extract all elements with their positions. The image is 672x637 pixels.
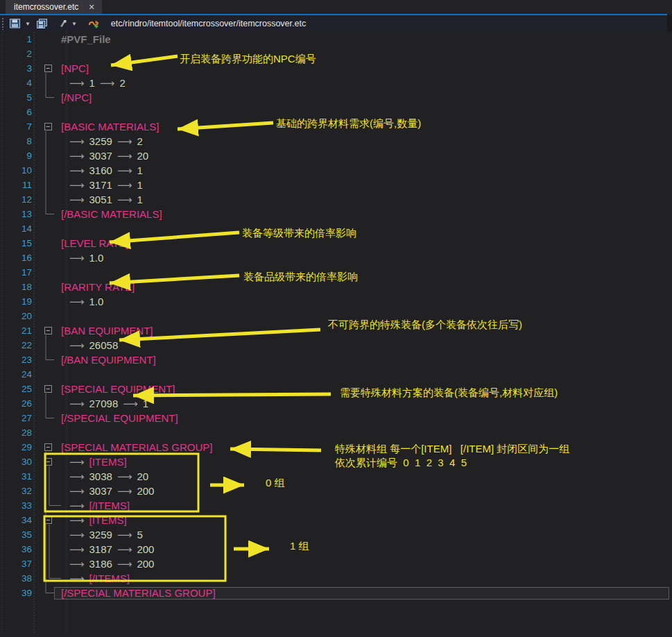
line-number: 28 (0, 427, 35, 438)
code-token-arrow: ⟶ (117, 194, 132, 205)
code-line: 37⟶3186⟶200 (0, 557, 667, 571)
code-token-val: 2 (119, 77, 125, 89)
line-number: 16 (0, 253, 35, 263)
fold-column (35, 411, 57, 425)
line-number: 4 (0, 78, 35, 88)
fold-column (35, 134, 57, 148)
code-text: ⟶3051⟶1 (57, 194, 667, 206)
line-number: 30 (0, 457, 35, 467)
fold-column (35, 192, 57, 207)
code-line: 16⟶1.0 (0, 250, 667, 265)
code-token-val: 200 (137, 485, 154, 497)
line-number: 11 (0, 180, 35, 190)
fold-column (35, 469, 57, 484)
code-line: 13[/BASIC MATERIALS] (0, 207, 667, 221)
code-text: [/BAN EQUIPMENT] (57, 354, 667, 366)
code-line: 33⟶[/ITEMS] (0, 498, 667, 513)
code-token-val: 3186 (89, 558, 112, 570)
line-number: 15 (0, 238, 35, 248)
code-token-arrow: ⟶ (69, 296, 85, 307)
fold-toggle-icon[interactable]: − (44, 327, 52, 334)
code-text: ⟶1.0 (57, 252, 667, 264)
code-token-val: 3037 (89, 150, 112, 162)
save-dropdown-icon[interactable]: ▼ (22, 21, 33, 27)
fold-toggle-icon[interactable]: − (44, 65, 52, 72)
code-text: ⟶26058 (57, 339, 667, 352)
save-icon[interactable] (8, 16, 22, 31)
code-token-tag: [/SPECIAL MATERIALS GROUP] (61, 587, 216, 599)
code-line: 4⟶1⟶2 (0, 76, 667, 90)
symbol-picker-icon[interactable] (56, 16, 69, 31)
code-token-val: 3051 (89, 194, 112, 205)
line-number: 38 (0, 573, 35, 584)
code-token-arrow: ⟶ (123, 398, 138, 409)
code-token-arrow: ⟶ (69, 543, 85, 555)
code-token-val: 1 (143, 398, 148, 409)
code-line: 25−[SPECIAL EQUIPMENT] (0, 382, 667, 396)
code-token-tag: [BASIC MATERIALS] (61, 121, 159, 133)
line-number: 18 (0, 282, 35, 292)
fold-toggle-icon[interactable]: − (44, 458, 52, 466)
toolbar-grip-handle[interactable] (1, 17, 5, 30)
sync-add-icon[interactable] (87, 16, 101, 31)
fold-column (35, 396, 57, 411)
line-number: 29 (0, 442, 35, 452)
line-number: 20 (0, 311, 35, 321)
code-text: ⟶27098⟶1 (57, 398, 667, 410)
fold-toggle-icon[interactable]: − (44, 443, 52, 451)
code-token-tag: [/NPC] (61, 92, 92, 103)
line-number: 8 (0, 136, 35, 146)
code-token-val: 3259 (89, 529, 112, 541)
code-token-comment: #PVF_File (61, 33, 111, 45)
fold-toggle-icon[interactable]: − (44, 516, 52, 524)
code-token-val: 1.0 (89, 252, 104, 264)
code-text: [RARITY RATE] (57, 281, 667, 293)
save-all-icon[interactable] (33, 16, 49, 31)
code-text: ⟶3259⟶2 (57, 135, 667, 148)
tab-itemcrossover[interactable]: itemcrossover.etc ✕ (6, 0, 102, 14)
tab-title: itemcrossover.etc (14, 2, 78, 12)
code-line: 12⟶3051⟶1 (0, 192, 667, 207)
code-token-val: 1 (137, 179, 142, 191)
code-token-val: 3038 (89, 470, 112, 482)
code-token-val: 3171 (89, 179, 112, 191)
line-number: 26 (0, 398, 35, 409)
code-line: 23[/BAN EQUIPMENT] (0, 353, 667, 367)
line-number: 12 (0, 194, 35, 205)
code-line: 34−⟶[ITEMS] (0, 513, 667, 527)
code-text: ⟶[/ITEMS] (57, 500, 667, 512)
code-line: 32⟶3037⟶200 (0, 484, 667, 498)
fold-column (35, 353, 57, 367)
code-line: 19⟶1.0 (0, 294, 667, 309)
code-token-arrow: ⟶ (117, 543, 132, 555)
fold-column: − (35, 119, 57, 134)
code-editor[interactable]: 1#PVF_File23−[NPC]4⟶1⟶25[/NPC]67−[BASIC … (0, 32, 672, 637)
fold-column (35, 178, 57, 192)
code-token-val: 20 (137, 150, 148, 162)
code-token-val: 5 (137, 529, 142, 541)
fold-toggle-icon[interactable]: − (44, 123, 52, 130)
fold-column (35, 571, 57, 586)
code-token-arrow: ⟶ (69, 514, 85, 526)
code-token-val: 1 (89, 77, 95, 89)
code-token-arrow: ⟶ (69, 500, 85, 511)
code-token-arrow: ⟶ (117, 529, 132, 541)
line-number: 9 (0, 151, 35, 161)
annotation-label: 装备等级带来的倍率影响 (242, 227, 356, 239)
tab-close-icon[interactable]: ✕ (88, 3, 94, 12)
fold-column: − (35, 323, 57, 338)
fold-toggle-icon[interactable]: − (44, 385, 52, 393)
code-line: 30−⟶[ITEMS] (0, 455, 667, 469)
code-token-tag: [/ITEMS] (89, 572, 130, 584)
symbol-dropdown-icon[interactable]: ▼ (69, 21, 80, 27)
code-token-val: 3037 (89, 485, 112, 497)
fold-column (35, 309, 57, 323)
code-token-val: 1 (137, 164, 142, 176)
line-number: 1 (0, 34, 35, 44)
code-text: ⟶3186⟶200 (57, 558, 667, 570)
code-token-val: 3160 (89, 164, 112, 176)
code-line: 11⟶3171⟶1 (0, 178, 667, 192)
code-token-tag: [ITEMS] (89, 514, 127, 526)
code-token-arrow: ⟶ (100, 77, 115, 89)
fold-column (35, 32, 57, 46)
